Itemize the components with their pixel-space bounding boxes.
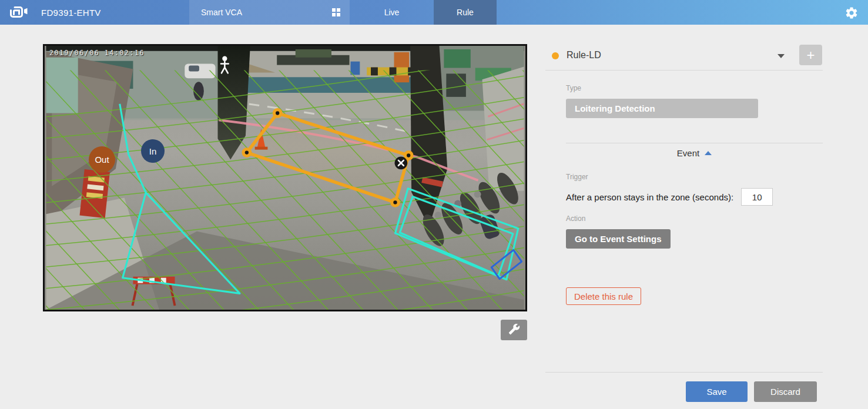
settings-gear-icon[interactable] <box>844 6 859 20</box>
tab-live[interactable]: Live <box>350 0 434 25</box>
type-value-field: Loitering Detection <box>566 99 758 118</box>
zone-vertex-handle[interactable] <box>242 147 252 157</box>
drawing-tools-button[interactable] <box>501 320 527 340</box>
divider <box>545 70 823 71</box>
camera-preview: 2019/06/06 14:02:16 Out In <box>43 44 527 311</box>
wrench-icon <box>508 323 520 337</box>
divider <box>566 143 823 143</box>
seconds-input[interactable] <box>741 188 773 206</box>
video-timestamp: 2019/06/06 14:02:16 <box>49 49 145 57</box>
direction-badge-out: Out <box>89 146 115 173</box>
rule-color-dot <box>552 52 559 59</box>
app-name: Smart VCA <box>201 8 242 17</box>
rule-settings-panel: Rule-LD + Type Loitering Detection Event… <box>527 25 868 409</box>
add-rule-button[interactable]: + <box>799 45 822 65</box>
divider <box>545 372 823 373</box>
event-section-toggle[interactable]: Event <box>566 148 823 158</box>
top-bar: FD9391-EHTV Smart VCA Live Rule <box>0 0 868 25</box>
trigger-description: After a person stays in the zone (second… <box>566 192 733 202</box>
camera-scene <box>45 46 525 310</box>
chevron-up-icon <box>705 151 712 155</box>
app-tab-smart-vca[interactable]: Smart VCA <box>189 0 350 25</box>
rule-dropdown-caret-icon[interactable] <box>777 54 785 58</box>
action-label: Action <box>566 214 585 223</box>
delete-rule-button[interactable]: Delete this rule <box>566 287 641 305</box>
zone-delete-icon[interactable] <box>395 156 408 169</box>
event-section-label: Event <box>677 148 699 158</box>
zone-vertex-handle[interactable] <box>273 108 283 118</box>
rule-name: Rule-LD <box>567 50 601 61</box>
app-grid-icon[interactable] <box>332 8 340 16</box>
trigger-label: Trigger <box>566 173 588 181</box>
type-label: Type <box>566 84 581 92</box>
tab-rule[interactable]: Rule <box>434 0 497 25</box>
direction-badge-in: In <box>141 139 165 163</box>
trigger-row: After a person stays in the zone (second… <box>566 188 773 206</box>
brand-logo-icon <box>8 5 30 22</box>
go-to-event-settings-button[interactable]: Go to Event Settings <box>566 229 671 249</box>
zone-vertex-handle[interactable] <box>390 197 400 207</box>
discard-button[interactable]: Discard <box>754 381 817 402</box>
save-button[interactable]: Save <box>686 381 748 402</box>
device-name: FD9391-EHTV <box>41 0 101 25</box>
